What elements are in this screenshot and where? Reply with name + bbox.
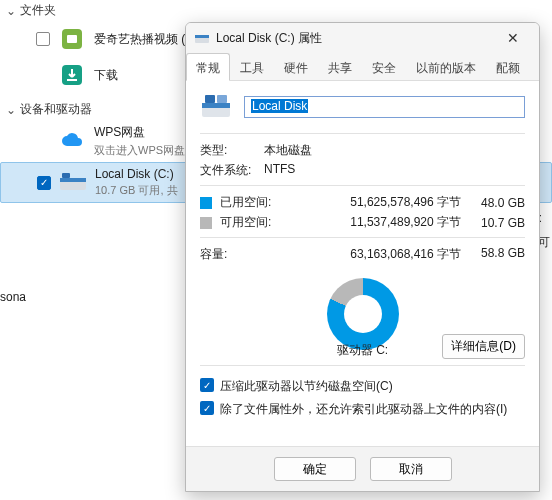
chevron-down-icon: ⌄ — [6, 103, 16, 117]
cloud-icon — [58, 127, 86, 155]
filesystem-value: NTFS — [264, 162, 525, 179]
tab-quota[interactable]: 配额 — [486, 53, 530, 80]
tab-sharing[interactable]: 共享 — [318, 53, 362, 80]
svg-rect-7 — [195, 35, 209, 38]
chevron-down-icon: ⌄ — [6, 4, 16, 18]
index-checkbox-row[interactable]: ✓ 除了文件属性外，还允许索引此驱动器上文件的内容(I) — [200, 401, 525, 418]
checkbox-icon[interactable] — [36, 32, 50, 46]
download-icon — [58, 61, 86, 89]
capacity-bytes: 63,163,068,416 字节 — [278, 246, 469, 263]
checkbox-icon[interactable]: ✓ — [37, 176, 51, 190]
disk-icon — [194, 30, 210, 46]
titlebar[interactable]: Local Disk (C:) 属性 ✕ — [186, 23, 539, 53]
used-bytes: 51,625,578,496 字节 — [278, 194, 469, 211]
checkbox-checked-icon[interactable]: ✓ — [200, 378, 214, 392]
free-swatch-icon — [200, 217, 212, 229]
ok-button[interactable]: 确定 — [274, 457, 356, 481]
dialog-title: Local Disk (C:) 属性 — [216, 30, 493, 47]
svg-rect-4 — [60, 178, 86, 182]
free-label: 可用空间: — [220, 214, 278, 231]
filesystem-label: 文件系统: — [200, 162, 264, 179]
used-label: 已用空间: — [220, 194, 278, 211]
tab-security[interactable]: 安全 — [362, 53, 406, 80]
tab-hardware[interactable]: 硬件 — [274, 53, 318, 80]
svg-rect-5 — [62, 173, 70, 178]
index-label: 除了文件属性外，还允许索引此驱动器上文件的内容(I) — [220, 401, 507, 418]
type-label: 类型: — [200, 142, 264, 159]
svg-rect-10 — [205, 95, 215, 103]
capacity-gb: 58.8 GB — [469, 246, 525, 263]
drive-label: 驱动器 C: — [337, 342, 388, 359]
used-swatch-icon — [200, 197, 212, 209]
svg-rect-1 — [67, 35, 77, 43]
details-button[interactable]: 详细信息(D) — [442, 334, 525, 359]
cancel-button[interactable]: 取消 — [370, 457, 452, 481]
dialog-footer: 确定 取消 — [186, 446, 539, 491]
compress-checkbox-row[interactable]: ✓ 压缩此驱动器以节约磁盘空间(C) — [200, 378, 525, 395]
folders-header[interactable]: ⌄ 文件夹 — [0, 0, 552, 21]
free-gb: 10.7 GB — [469, 216, 525, 230]
used-gb: 48.0 GB — [469, 196, 525, 210]
type-value: 本地磁盘 — [264, 142, 525, 159]
header-label: 文件夹 — [20, 2, 56, 19]
header-label: 设备和驱动器 — [20, 101, 92, 118]
disk-name-input[interactable]: Local Disk — [244, 96, 525, 118]
properties-dialog: Local Disk (C:) 属性 ✕ 常规 工具 硬件 共享 安全 以前的版… — [185, 22, 540, 492]
item-sublabel: 双击进入WPS网盘 — [94, 143, 185, 158]
tab-tools[interactable]: 工具 — [230, 53, 274, 80]
item-label: WPS网盘 — [94, 124, 185, 141]
tab-bar: 常规 工具 硬件 共享 安全 以前的版本 配额 — [186, 53, 539, 81]
item-label: 下载 — [94, 67, 118, 84]
compress-label: 压缩此驱动器以节约磁盘空间(C) — [220, 378, 393, 395]
app-icon — [58, 25, 86, 53]
svg-rect-11 — [217, 95, 227, 103]
item-label: 爱奇艺热播视频 (32 — [94, 31, 199, 48]
usage-donut-chart — [327, 278, 399, 350]
svg-rect-9 — [202, 103, 230, 108]
tab-content: Local Disk 类型:本地磁盘 文件系统:NTFS 已用空间: 51,62… — [186, 81, 539, 446]
cutoff-text: sona — [0, 290, 26, 304]
disk-icon-large — [200, 91, 232, 123]
item-sublabel: 10.7 GB 可用, 共 — [95, 183, 178, 198]
tab-general[interactable]: 常规 — [186, 53, 230, 81]
item-label: Local Disk (C:) — [95, 167, 178, 181]
selected-text: Local Disk — [251, 99, 308, 113]
tab-previous[interactable]: 以前的版本 — [406, 53, 486, 80]
free-bytes: 11,537,489,920 字节 — [278, 214, 469, 231]
capacity-label: 容量: — [200, 246, 278, 263]
checkbox-checked-icon[interactable]: ✓ — [200, 401, 214, 415]
close-button[interactable]: ✕ — [493, 24, 533, 52]
disk-icon — [59, 169, 87, 197]
